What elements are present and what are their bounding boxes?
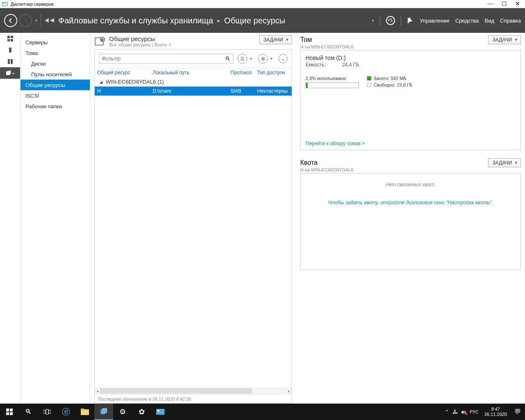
- svg-rect-4: [11, 36, 13, 38]
- chevron-down-icon: ▼: [514, 38, 518, 42]
- sidebar-item-work-folders[interactable]: Рабочие папки: [21, 101, 90, 112]
- expand-all-button[interactable]: ⌄: [278, 54, 288, 63]
- cell-protocol: SMB: [231, 88, 257, 94]
- svg-rect-0: [2, 2, 7, 6]
- taskbar-server-manager[interactable]: [94, 404, 113, 420]
- nav-forward-button[interactable]: [19, 14, 32, 27]
- breadcrumb: ⯇⯇ Файловые службы и службы хранилища ▸ …: [44, 16, 285, 25]
- volume-tasks-button[interactable]: ЗАДАЧИ ▼: [488, 35, 521, 44]
- shares-subtitle: Все общие ресурсы | Всего: 1: [109, 42, 171, 47]
- svg-rect-16: [6, 412, 9, 415]
- capacity-value: 24,4 ГБ: [342, 62, 359, 68]
- legend-used-swatch: [367, 76, 371, 80]
- quota-hint-link[interactable]: Чтобы задать квоту, откройте диалоговое …: [306, 200, 516, 205]
- rail-local-server[interactable]: [0, 44, 20, 56]
- sidebar: Серверы Тома Диски Пулы носителей Общие …: [21, 33, 90, 404]
- filter-input[interactable]: [102, 56, 231, 62]
- notifications-button[interactable]: [407, 17, 414, 24]
- rail-dashboard[interactable]: [0, 33, 20, 44]
- svg-rect-21: [81, 409, 89, 415]
- scroll-right-icon[interactable]: ▸: [288, 389, 290, 393]
- start-button[interactable]: [0, 404, 19, 420]
- svg-rect-24: [102, 408, 107, 413]
- quota-title: Квота: [300, 159, 317, 167]
- collapse-icon: ◢: [100, 80, 103, 84]
- volume-overview-link[interactable]: Перейти к обзору томов >: [306, 141, 365, 146]
- nav-separator: [41, 14, 41, 27]
- window-title: Диспетчер серверов: [11, 2, 54, 7]
- column-local-path[interactable]: Локальный путь: [153, 70, 231, 75]
- rail-file-services[interactable]: ▸: [0, 67, 20, 79]
- shares-tasks-button[interactable]: ЗАДАЧИ ▼: [259, 35, 292, 44]
- table-header: Общий ресурс Локальный путь Протокол Тип…: [95, 68, 292, 77]
- rail-expand-icon: ▸: [13, 71, 14, 75]
- breadcrumb-section2[interactable]: Общие ресурсы: [224, 16, 285, 25]
- nav-back-button[interactable]: [4, 14, 17, 27]
- column-share[interactable]: Общий ресурс: [97, 70, 153, 75]
- chevron-down-icon: ▼: [285, 38, 289, 42]
- taskbar-app3[interactable]: [151, 404, 170, 420]
- nav-history-dropdown[interactable]: ▾: [35, 18, 37, 23]
- menu-tools[interactable]: Средства: [455, 18, 479, 24]
- rail-all-servers[interactable]: [0, 56, 20, 67]
- table-row[interactable]: H D:\share SMB Некластерны: [95, 87, 292, 96]
- scroll-left-icon[interactable]: ◂: [96, 389, 98, 393]
- volume-tasks-label: ЗАДАЧИ: [493, 37, 512, 43]
- sidebar-item-disks[interactable]: Диски: [21, 58, 90, 69]
- maximize-button[interactable]: ☐: [502, 0, 507, 7]
- svg-rect-9: [11, 59, 13, 64]
- view-options-button[interactable]: ⊞▼: [258, 54, 268, 64]
- group-row[interactable]: ◢ WIN-EC6EO8YDAL6 (1): [95, 77, 292, 87]
- taskbar: 🔍︎ ⓔ ⚙ ✿ ⌃ 🖧︎ 🔊︎✖ РУС 8:47 26.11.2020 💬︎: [0, 404, 525, 420]
- menu-help[interactable]: Справка: [500, 18, 521, 24]
- tray-clock[interactable]: 8:47 26.11.2020: [482, 406, 509, 417]
- cell-access: Некластерны: [257, 88, 289, 94]
- minimize-button[interactable]: —: [488, 0, 493, 7]
- taskbar-app1[interactable]: ⚙: [113, 404, 132, 420]
- taskbar-explorer[interactable]: [75, 404, 94, 420]
- search-icon[interactable]: 🔍︎: [225, 55, 231, 62]
- tray-notifications[interactable]: 💬︎: [513, 408, 523, 415]
- title-bar: Диспетчер серверов — ☐ ✕: [0, 0, 525, 8]
- svg-rect-26: [157, 410, 160, 411]
- search-button[interactable]: 🔍︎: [19, 404, 38, 420]
- tray-language[interactable]: РУС: [470, 409, 479, 414]
- svg-rect-8: [8, 59, 10, 64]
- breadcrumb-arrow-icon: ▸: [217, 17, 220, 24]
- scroll-thumb[interactable]: [100, 388, 252, 394]
- sidebar-item-shares[interactable]: Общие ресурсы: [21, 80, 90, 90]
- sidebar-item-servers[interactable]: Серверы: [21, 37, 90, 48]
- menu-manage[interactable]: Управление: [420, 18, 450, 24]
- app-icon: [2, 1, 8, 7]
- header-bar: ▾ ⯇⯇ Файловые службы и службы хранилища …: [0, 8, 525, 33]
- taskbar-ie[interactable]: ⓔ: [57, 404, 75, 420]
- sidebar-item-volumes[interactable]: Тома: [21, 48, 90, 58]
- capacity-label: Емкость:: [306, 62, 326, 68]
- filter-input-wrapper[interactable]: 🔍︎: [99, 54, 233, 64]
- sidebar-item-iscsi[interactable]: iSCSI: [21, 90, 90, 101]
- sidebar-item-storage-pools[interactable]: Пулы носителей: [21, 69, 90, 80]
- horizontal-scrollbar[interactable]: ◂ ▸: [95, 387, 292, 395]
- breadcrumb-section1[interactable]: Файловые службы и службы хранилища: [58, 16, 213, 25]
- close-button[interactable]: ✕: [515, 0, 520, 7]
- shares-title: Общие ресурсы: [109, 35, 171, 42]
- breadcrumb-prefix-icon[interactable]: ⯇⯇: [44, 18, 55, 24]
- svg-rect-1: [3, 3, 5, 4]
- menu-view[interactable]: Вид: [484, 18, 494, 24]
- svg-rect-5: [7, 39, 10, 41]
- tray-up-icon[interactable]: ⌃: [445, 409, 449, 415]
- legend-free-swatch: [367, 83, 371, 87]
- volume-title: Том: [300, 36, 312, 43]
- refresh-button[interactable]: [386, 16, 395, 25]
- tray-volume-icon[interactable]: 🔊︎✖: [461, 409, 466, 415]
- svg-rect-2: [408, 18, 409, 23]
- column-protocol[interactable]: Протокол: [231, 70, 257, 75]
- column-access-type[interactable]: Тип доступн: [257, 70, 289, 75]
- tray-network-icon[interactable]: 🖧︎: [452, 409, 458, 415]
- taskbar-app2[interactable]: ✿: [132, 404, 151, 420]
- grouping-button[interactable]: ☰▼: [237, 54, 247, 64]
- breadcrumb-dropdown[interactable]: ▾: [372, 18, 374, 23]
- quota-tasks-button[interactable]: ЗАДАЧИ ▼: [488, 158, 521, 167]
- task-view-button[interactable]: [38, 404, 57, 420]
- quota-tasks-label: ЗАДАЧИ: [493, 160, 512, 166]
